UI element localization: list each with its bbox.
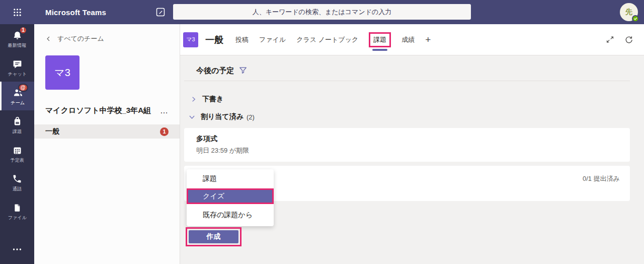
- drafts-section-toggle[interactable]: 下書き: [190, 94, 644, 104]
- tab-files[interactable]: ファイル: [259, 35, 286, 44]
- chevron-down-icon: [188, 113, 196, 121]
- rail-item-label: 課題: [13, 129, 22, 134]
- rail-item-activity[interactable]: 1 最新情報: [0, 24, 34, 53]
- app-launcher-button[interactable]: [0, 0, 34, 24]
- assignment-due: 明日 23:59 が期限: [196, 146, 618, 155]
- rail-item-label: ファイル: [8, 215, 27, 220]
- team-name-row: マイクロソフト中学校_3年A組 …: [45, 106, 169, 115]
- calendar-icon: [11, 144, 23, 156]
- tab-posts[interactable]: 投稿: [235, 35, 249, 44]
- refresh-icon: [624, 35, 633, 44]
- create-button[interactable]: 作成: [189, 230, 238, 243]
- tab-class-notebook[interactable]: クラス ノートブック: [296, 35, 358, 44]
- active-tab-indicator: [372, 49, 387, 51]
- menu-item-from-existing[interactable]: 既存の課題から: [187, 204, 274, 226]
- compose-icon: [155, 7, 166, 17]
- section-divider: [184, 81, 630, 81]
- menu-item-assignment[interactable]: 課題: [187, 169, 274, 188]
- teams-mention-badge: @: [18, 84, 28, 92]
- tab-strip: 投稿 ファイル クラス ノートブック 課題 成績 +: [235, 32, 431, 47]
- filter-icon: [239, 67, 247, 75]
- rail-item-label: 通話: [13, 186, 22, 191]
- refresh-button[interactable]: [624, 35, 634, 45]
- rail-item-label: 最新情報: [8, 43, 27, 47]
- upcoming-title: 今後の予定: [196, 66, 234, 76]
- expand-icon: [606, 35, 614, 44]
- rail-item-label: チャット: [8, 72, 27, 76]
- expand-button[interactable]: [605, 35, 615, 45]
- all-teams-label: すべてのチーム: [57, 34, 104, 43]
- create-annotation-box: 作成: [186, 227, 242, 246]
- chevron-left-icon: [45, 36, 51, 42]
- create-dropdown-menu: 課題 クイズ 既存の課題から: [187, 169, 274, 226]
- rail-item-assignments[interactable]: 課題: [0, 110, 34, 139]
- all-teams-back-link[interactable]: すべてのチーム: [34, 24, 180, 43]
- app-rail: 1 最新情報 チャット: [0, 24, 34, 264]
- header-actions: [605, 35, 644, 45]
- team-avatar-text: マ3: [54, 66, 70, 80]
- team-name: マイクロソフト中学校_3年A組: [45, 106, 151, 115]
- team-sidebar: すべてのチーム マ3 マイクロソフト中学校_3年A組 … 一般 1: [34, 24, 180, 264]
- tab-assignments[interactable]: 課題: [369, 32, 391, 47]
- teams-window: Microsoft Teams 先 1 最新情報: [0, 0, 644, 264]
- tab-assignments-label: 課題: [373, 36, 386, 43]
- assignment-card[interactable]: 多項式 明日 23:59 が期限: [184, 128, 630, 162]
- chevron-right-icon: [190, 96, 197, 103]
- backpack-icon: [11, 115, 23, 127]
- search-input[interactable]: [173, 4, 471, 20]
- bell-icon: 1: [11, 29, 23, 41]
- activity-badge: 1: [19, 26, 27, 34]
- presence-available-icon: [632, 15, 639, 22]
- app-title: Microsoft Teams: [45, 8, 106, 17]
- rail-item-label: 予定表: [10, 158, 24, 162]
- assigned-section-toggle[interactable]: 割り当て済み (2): [188, 111, 644, 122]
- rail-item-more[interactable]: [0, 239, 34, 259]
- chat-icon: [11, 58, 23, 70]
- tab-grades[interactable]: 成績: [401, 35, 415, 44]
- file-icon: [11, 202, 23, 214]
- assignment-submission-status: 0/1 提出済み: [583, 174, 620, 183]
- team-avatar[interactable]: マ3: [45, 55, 79, 90]
- upcoming-header: 今後の予定: [196, 63, 630, 78]
- channel-unread-badge: 1: [160, 127, 169, 136]
- user-avatar-initial: 先: [625, 8, 632, 17]
- filter-button[interactable]: [239, 67, 247, 75]
- teams-icon: @: [12, 87, 24, 99]
- drafts-label: 下書き: [202, 95, 223, 104]
- rail-item-files[interactable]: ファイル: [0, 196, 34, 225]
- assignment-title: 多項式: [196, 135, 618, 144]
- rail-item-label: チーム: [11, 100, 25, 105]
- rail-item-calendar[interactable]: 予定表: [0, 139, 34, 168]
- rail-item-chat[interactable]: チャット: [0, 53, 34, 82]
- user-avatar[interactable]: 先: [620, 3, 638, 21]
- phone-icon: [11, 173, 23, 185]
- channel-avatar: マ3: [183, 32, 198, 47]
- add-tab-button[interactable]: +: [425, 35, 431, 44]
- assignments-content: 今後の予定 下書き 割り当て済み (2) 多項式 明日 23:59 が期: [180, 55, 644, 264]
- rail-item-calls[interactable]: 通話: [0, 168, 34, 196]
- waffle-icon: [13, 8, 22, 17]
- top-bar: Microsoft Teams 先: [0, 0, 644, 24]
- channel-name: 一般: [45, 127, 59, 136]
- menu-item-quiz[interactable]: クイズ: [188, 190, 272, 203]
- channel-item-general[interactable]: 一般 1: [34, 124, 180, 139]
- rail-item-teams[interactable]: @ チーム: [0, 82, 34, 110]
- more-icon: [11, 243, 23, 255]
- assigned-label: 割り当て済み: [201, 112, 244, 121]
- channel-header: マ3 一般 投稿 ファイル クラス ノートブック 課題 成績 +: [180, 24, 644, 55]
- channel-title: 一般: [205, 34, 223, 46]
- assigned-count: (2): [247, 113, 255, 121]
- main-area: マ3 一般 投稿 ファイル クラス ノートブック 課題 成績 +: [180, 24, 644, 264]
- team-more-button[interactable]: …: [160, 106, 169, 115]
- quiz-annotation-box: クイズ: [187, 188, 274, 204]
- channel-avatar-text: マ3: [186, 36, 195, 43]
- new-chat-button[interactable]: [155, 7, 166, 18]
